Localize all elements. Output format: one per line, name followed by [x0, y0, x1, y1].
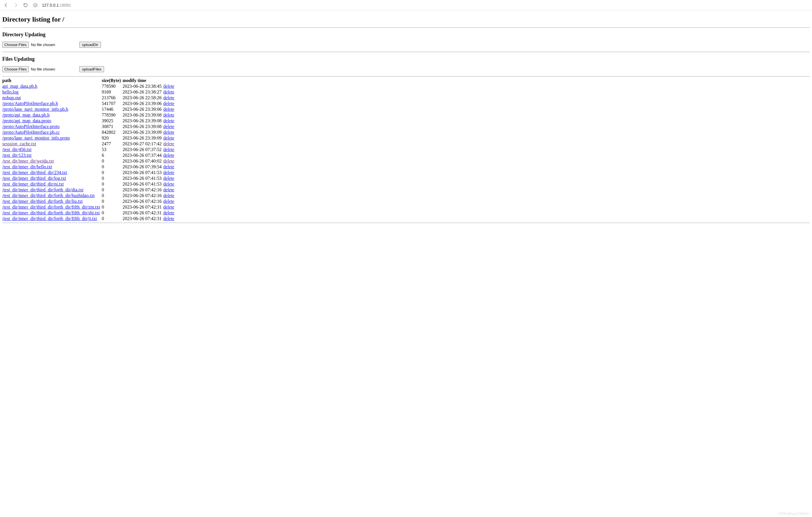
file-size: 541707: [102, 101, 123, 106]
file-link[interactable]: /test_dir/inner_dir/third_dir/forth_dir/…: [2, 193, 94, 198]
file-size: 0: [102, 210, 123, 216]
file-link[interactable]: nohup.out: [2, 95, 21, 100]
delete-link[interactable]: delete: [163, 136, 174, 140]
delete-link[interactable]: delete: [163, 95, 174, 100]
table-row: /proto/AutoPilotInterface.proto308712023…: [2, 124, 176, 130]
forward-button[interactable]: [13, 2, 19, 8]
file-mtime: 2023-06-26 07:41:53: [123, 175, 164, 181]
file-mtime: 2023-06-27 02:17:42: [123, 141, 164, 147]
delete-link[interactable]: delete: [163, 205, 174, 210]
file-link[interactable]: /test_dir/123.txt: [2, 153, 32, 158]
delete-link[interactable]: delete: [163, 101, 174, 106]
file-size: 0: [102, 181, 123, 187]
file-size: 6: [102, 153, 123, 158]
reload-button[interactable]: [22, 2, 29, 8]
table-row: /proto/AutoPilotInterface.pb.h5417072023…: [2, 101, 176, 106]
file-link[interactable]: /test_dir/inner_dir/third_dir/234.txt: [2, 170, 67, 175]
back-button[interactable]: [3, 2, 9, 8]
delete-link[interactable]: delete: [163, 89, 174, 94]
file-size: 920: [102, 135, 123, 141]
dir-upload-form: Choose Files No file chosen uploadDir: [2, 42, 810, 48]
col-actions: [163, 78, 176, 83]
delete-link[interactable]: delete: [163, 107, 174, 112]
file-link[interactable]: /test_dir/inner_dir/third_dir/forth_dir/…: [2, 205, 100, 210]
page-title: Directory listing for /: [2, 16, 810, 23]
delete-link[interactable]: delete: [163, 84, 174, 89]
file-link[interactable]: /test_dir/inner_dir/third_dir/forth_dir/…: [2, 216, 97, 221]
file-link[interactable]: /proto/AutoPilotInterface.pb.h: [2, 101, 58, 106]
file-size: 778590: [102, 112, 123, 118]
delete-link[interactable]: delete: [163, 176, 174, 181]
delete-link[interactable]: delete: [163, 124, 174, 129]
delete-link[interactable]: delete: [163, 118, 174, 123]
upload-dir-button[interactable]: uploadDir: [79, 42, 101, 48]
file-mtime: 2023-06-26 07:42:31: [123, 216, 164, 221]
file-size: 213766: [102, 95, 123, 101]
table-row: /proto/lane_navi_monitor_info.pb.h174462…: [2, 106, 176, 112]
delete-link[interactable]: delete: [163, 187, 174, 192]
address-bar[interactable]: 127.0.0.1:18081: [42, 3, 71, 7]
file-link[interactable]: /proto/lane_navi_monitor_info.pb.h: [2, 107, 68, 112]
file-size: 0: [102, 216, 123, 221]
file-link[interactable]: /test_dir/inner_dir/weida.txt: [2, 159, 54, 163]
upload-files-button[interactable]: uploadFiles: [79, 66, 104, 72]
delete-link[interactable]: delete: [163, 141, 174, 146]
file-link[interactable]: /test_dir/inner_dir/third_dir/forth_dir/…: [2, 187, 83, 192]
file-link[interactable]: /test_dir/inner_dir/third_dir/forth_dir/…: [2, 210, 100, 215]
file-mtime: 2023-06-26 23:39:08: [123, 124, 164, 130]
delete-link[interactable]: delete: [163, 170, 174, 175]
delete-link[interactable]: delete: [163, 164, 174, 169]
file-mtime: 2023-06-26 23:39:08: [123, 118, 164, 124]
delete-link[interactable]: delete: [163, 112, 174, 117]
table-row: /test_dir/456.txt532023-06-26 07:37:52de…: [2, 147, 176, 153]
col-size: size(Byte): [102, 78, 123, 83]
file-link[interactable]: /proto/api_map_data.proto: [2, 118, 51, 123]
delete-link[interactable]: delete: [163, 182, 174, 186]
file-mtime: 2023-06-26 23:39:06: [123, 101, 164, 106]
file-mtime: 2023-06-26 07:42:16: [123, 193, 164, 198]
file-mtime: 2023-06-26 07:42:31: [123, 204, 164, 210]
dir-choose-files-button[interactable]: Choose Files: [2, 42, 29, 48]
file-link[interactable]: sesssion_cache.txt: [2, 141, 36, 146]
url-host: 127.0.0.1: [42, 3, 59, 7]
table-row: /proto/api_map_data.pb.h7785902023-06-26…: [2, 112, 176, 118]
delete-link[interactable]: delete: [163, 147, 174, 152]
file-mtime: 2023-06-26 07:41:53: [123, 181, 164, 187]
site-info-icon[interactable]: [32, 2, 38, 8]
delete-link[interactable]: delete: [163, 199, 174, 204]
file-link[interactable]: /proto/AutoPilotInterface.proto: [2, 124, 60, 129]
file-mtime: 2023-06-26 23:39:06: [123, 106, 164, 112]
files-upload-form: Choose Files No file chosen uploadFiles: [2, 66, 810, 72]
delete-link[interactable]: delete: [163, 193, 174, 198]
divider: [2, 223, 810, 223]
file-link[interactable]: /test_dir/inner_dir/third_dir/ni.txt: [2, 182, 64, 186]
delete-link[interactable]: delete: [163, 159, 174, 163]
files-choose-files-button[interactable]: Choose Files: [2, 66, 29, 72]
files-updating-heading: Files Updating: [2, 56, 810, 62]
divider: [2, 52, 810, 52]
file-link[interactable]: /test_dir/inner_dir/hello.txt: [2, 164, 52, 169]
file-link[interactable]: /proto/AutoPilotInterface.pb.cc: [2, 130, 60, 135]
file-link[interactable]: /test_dir/inner_dir/third_dir/log.txt: [2, 176, 66, 181]
table-row: /test_dir/inner_dir/third_dir/forth_dir/…: [2, 204, 176, 210]
file-mtime: 2023-06-26 23:39:09: [123, 130, 164, 135]
file-mtime: 2023-06-26 23:38:45: [123, 83, 164, 89]
delete-link[interactable]: delete: [163, 210, 174, 215]
file-link[interactable]: api_map_data.pb.h: [2, 84, 37, 89]
file-size: 0: [102, 204, 123, 210]
file-link[interactable]: hello.log: [2, 89, 19, 94]
file-link[interactable]: /test_dir/inner_dir/third_dir/forth_dir/…: [2, 199, 83, 204]
file-link[interactable]: /proto/api_map_data.pb.h: [2, 112, 50, 117]
delete-link[interactable]: delete: [163, 216, 174, 221]
files-file-status: No file chosen: [31, 67, 55, 71]
table-row: /test_dir/inner_dir/weida.txt02023-06-26…: [2, 158, 176, 164]
delete-link[interactable]: delete: [163, 130, 174, 135]
file-link[interactable]: /test_dir/456.txt: [2, 147, 32, 152]
url-port: :18081: [59, 3, 71, 7]
file-link[interactable]: /proto/lane_navi_monitor_info.proto: [2, 136, 70, 140]
file-size: 17446: [102, 106, 123, 112]
file-size: 842802: [102, 130, 123, 135]
delete-link[interactable]: delete: [163, 153, 174, 158]
file-mtime: 2023-06-26 07:37:52: [123, 147, 164, 153]
file-size: 0: [102, 198, 123, 204]
